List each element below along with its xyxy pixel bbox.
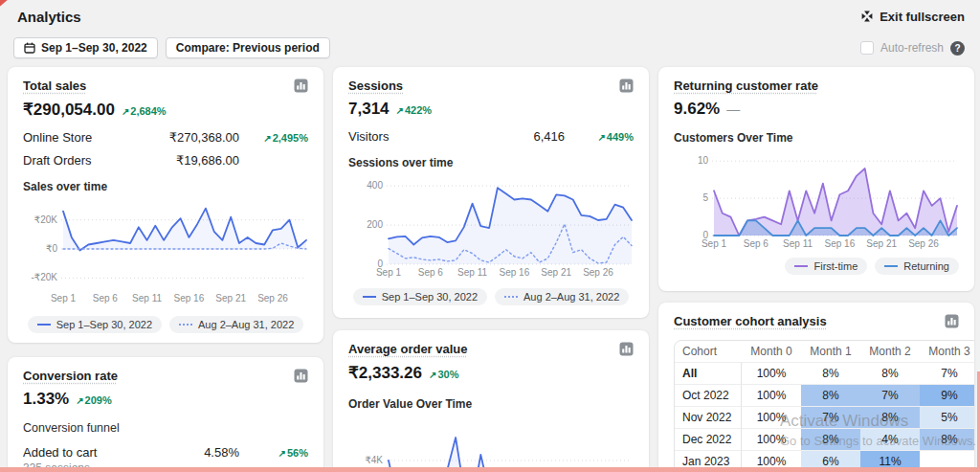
cohort-row-name: Nov 2022	[675, 407, 742, 429]
sessions-breakdown: Visitors6,416↗449%	[348, 129, 634, 144]
line-sample-icon	[363, 296, 376, 298]
cohort-cell: 100%	[742, 363, 801, 385]
svg-text:Sep 21: Sep 21	[215, 293, 246, 303]
legend-item[interactable]: Aug 2–Aug 31, 2022	[169, 316, 303, 333]
metric-row-value: ₹19,686.00	[139, 153, 239, 168]
increase-arrow-icon: ↗	[122, 106, 129, 117]
cohort-title[interactable]: Customer cohort analysis	[674, 314, 827, 328]
exit-fullscreen-label: Exit fullscreen	[880, 10, 965, 24]
metric-row-value: 6,416	[464, 129, 565, 144]
cohort-cell: 8%	[801, 429, 860, 451]
date-range-label: Sep 1–Sep 30, 2022	[41, 41, 147, 55]
cohort-cell: 4%	[860, 429, 920, 451]
conversion-rate-title[interactable]: Conversion rate	[23, 369, 118, 383]
legend-item[interactable]: Aug 2–Aug 31, 2022	[495, 288, 629, 305]
svg-text:5: 5	[702, 192, 708, 203]
line-sample-icon	[37, 324, 51, 326]
report-chart-icon[interactable]	[945, 314, 959, 328]
legend-label: Sep 1–Sep 30, 2022	[56, 319, 152, 330]
metric-row-change: ↗449%	[597, 131, 634, 143]
column-2: Sessions 7,314 ↗422% Visitors6,416↗449% …	[333, 67, 649, 472]
cohort-header-cell: Month 3	[920, 341, 974, 363]
cohort-cell: 5%	[920, 407, 974, 429]
customers-chart-legend: First-timeReturning	[674, 258, 959, 275]
cohort-cell: 100%	[742, 429, 801, 451]
metric-row: Draft Orders₹19,686.00	[23, 153, 308, 168]
svg-text:200: 200	[367, 219, 383, 230]
svg-text:Sep 6: Sep 6	[418, 267, 444, 278]
cohort-row-name: All	[675, 363, 742, 385]
svg-text:₹0: ₹0	[46, 243, 57, 254]
cohort-row: All100%8%8%7%	[675, 363, 974, 385]
line-sample-icon	[884, 265, 898, 267]
conversion-funnel-label: Conversion funnel	[23, 421, 308, 435]
cohort-cell: 100%	[742, 385, 801, 407]
svg-text:-₹20K: -₹20K	[32, 272, 58, 282]
report-chart-icon[interactable]	[294, 79, 308, 93]
svg-text:₹4K: ₹4K	[365, 455, 383, 465]
sessions-chart-legend: Sep 1–Sep 30, 2022Aug 2–Aug 31, 2022	[348, 288, 634, 305]
analytics-dashboard: Analytics Exit fullscreen Sep 1–Sep 30, …	[0, 0, 980, 472]
metric-row: Online Store₹270,368.00↗2,495%	[23, 130, 308, 145]
svg-text:Sep 11: Sep 11	[457, 267, 487, 278]
conversion-rate-change: ↗209%	[76, 394, 112, 406]
cohort-header-cell: Month 1	[801, 341, 860, 363]
aov-value: ₹2,333.26	[348, 363, 422, 383]
capture-border-bottom	[0, 467, 980, 472]
metric-row-label: Online Store	[23, 130, 139, 145]
cohort-header-cell: Cohort	[675, 341, 742, 363]
returning-rate-title[interactable]: Returning customer rate	[674, 79, 818, 93]
aov-change: ↗30%	[429, 369, 458, 380]
cohort-cell: 8%	[860, 407, 920, 429]
cohort-row: Oct 2022100%8%7%9%	[675, 385, 974, 407]
cohort-cell: 8%	[920, 429, 974, 451]
auto-refresh-checkbox[interactable]	[860, 41, 874, 55]
cohort-cell: 7%	[860, 385, 920, 407]
cohort-cell: 100%	[742, 407, 801, 429]
legend-item[interactable]: Returning	[875, 258, 959, 275]
sessions-title[interactable]: Sessions	[348, 79, 403, 93]
date-range-button[interactable]: Sep 1–Sep 30, 2022	[13, 37, 158, 58]
svg-text:Sep 11: Sep 11	[132, 293, 162, 303]
report-chart-icon[interactable]	[294, 369, 308, 383]
cohort-cell: 7%	[801, 407, 860, 429]
cohort-table-wrap: CohortMonth 0Month 1Month 2Month 3Month …	[674, 340, 974, 472]
svg-text:Sep 6: Sep 6	[93, 293, 119, 303]
auto-refresh-control: Auto-refresh ?	[860, 41, 965, 56]
total-sales-card: Total sales ₹290,054.00 ↗2,684% Online S…	[8, 67, 323, 343]
column-1: Total sales ₹290,054.00 ↗2,684% Online S…	[8, 67, 323, 472]
svg-text:Sep 16: Sep 16	[174, 293, 205, 303]
exit-fullscreen-button[interactable]: Exit fullscreen	[860, 10, 965, 24]
increase-arrow-icon: ↗	[263, 133, 271, 144]
conversion-rate-card: Conversion rate 1.33% ↗209% Conversion f…	[8, 357, 323, 472]
report-chart-icon[interactable]	[619, 79, 634, 93]
legend-item[interactable]: Sep 1–Sep 30, 2022	[28, 316, 162, 333]
report-chart-icon[interactable]	[619, 342, 634, 356]
customer-cohort-card: Customer cohort analysis CohortMonth 0Mo…	[658, 303, 974, 472]
sessions-card: Sessions 7,314 ↗422% Visitors6,416↗449% …	[333, 67, 649, 318]
auto-refresh-label: Auto-refresh	[880, 41, 944, 55]
svg-text:10: 10	[698, 155, 709, 166]
cohort-row: Dec 2022100%8%4%8%	[675, 429, 974, 451]
total-sales-change: ↗2,684%	[122, 105, 167, 117]
sales-over-time-label: Sales over time	[23, 180, 308, 193]
svg-text:Sep 16: Sep 16	[825, 238, 856, 249]
aov-title[interactable]: Average order value	[348, 342, 468, 356]
legend-label: Aug 2–Aug 31, 2022	[523, 291, 619, 303]
total-sales-title[interactable]: Total sales	[23, 79, 86, 93]
svg-text:₹20K: ₹20K	[34, 214, 57, 225]
svg-text:Sep 26: Sep 26	[908, 238, 939, 249]
cohort-cell: 8%	[860, 363, 920, 385]
metric-row-value: 4.58%	[139, 445, 239, 460]
collapse-icon	[860, 10, 874, 23]
svg-text:400: 400	[367, 180, 383, 191]
metric-row-change: ↗56%	[278, 447, 308, 459]
svg-text:Sep 1: Sep 1	[51, 293, 77, 303]
cohort-table: CohortMonth 0Month 1Month 2Month 3Month …	[675, 341, 974, 472]
compare-button[interactable]: Compare: Previous period	[166, 37, 330, 58]
legend-item[interactable]: First-time	[785, 258, 867, 275]
cohort-cell: 8%	[801, 363, 860, 385]
cohort-row-name: Oct 2022	[675, 385, 742, 407]
legend-item[interactable]: Sep 1–Sep 30, 2022	[353, 288, 487, 305]
help-icon[interactable]: ?	[950, 41, 965, 56]
